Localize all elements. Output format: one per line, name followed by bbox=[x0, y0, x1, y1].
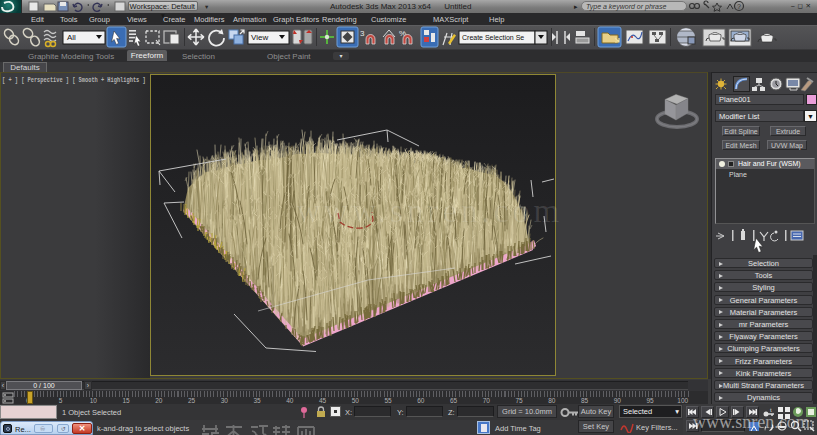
svg-text:View: View bbox=[251, 33, 268, 42]
svg-text:?: ? bbox=[737, 3, 741, 10]
svg-text:3: 3 bbox=[360, 29, 365, 38]
svg-text:Create Selection Se: Create Selection Se bbox=[462, 34, 524, 41]
svg-text:All: All bbox=[67, 33, 76, 42]
